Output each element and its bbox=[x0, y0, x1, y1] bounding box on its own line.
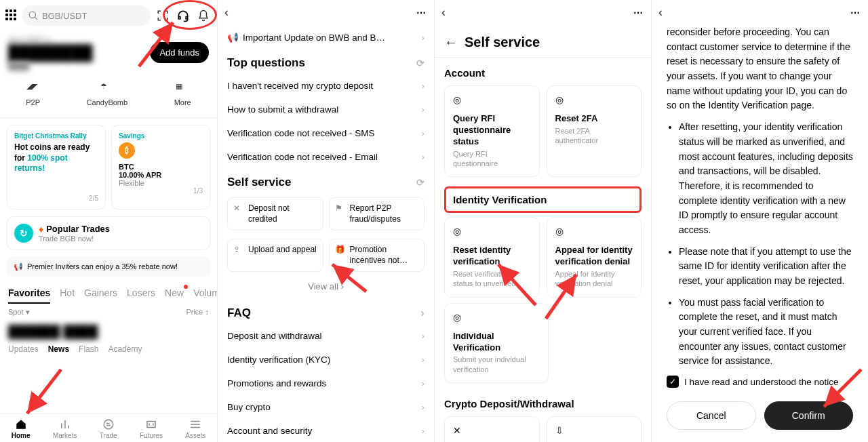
nav-home[interactable]: Home bbox=[12, 418, 31, 439]
tab-hot[interactable]: Hot bbox=[60, 283, 75, 304]
announcement-row[interactable]: 📢Important Update on BWB and B… › bbox=[218, 25, 434, 49]
chevron-right-icon: › bbox=[422, 33, 425, 43]
tab-volume[interactable]: Volume bbox=[193, 283, 217, 304]
nav-markets[interactable]: Markets bbox=[53, 418, 77, 439]
back-icon[interactable]: ‹ bbox=[224, 5, 229, 20]
market-tabs: Favorites Hot Gainers Losers New Volume bbox=[0, 283, 217, 304]
swap-icon: ↻ bbox=[14, 224, 33, 243]
more-icon[interactable]: ⋯ bbox=[416, 7, 427, 18]
tab-favorites[interactable]: Favorites bbox=[8, 283, 50, 304]
promo-card-savings[interactable]: Savings ₿ BTC 10.00% APR Flexible 1/3 bbox=[111, 125, 210, 209]
shortcut-p2p[interactable]: ◢◤P2P bbox=[26, 82, 40, 106]
sort-price[interactable]: Price ↕ bbox=[186, 308, 209, 317]
add-funds-button[interactable]: Add funds bbox=[150, 42, 209, 63]
card-query-rfi[interactable]: ◎Query RFI questionnaire statusQuery RFI… bbox=[444, 85, 540, 177]
svc-upload-appeal[interactable]: ⇪Upload and appeal bbox=[227, 239, 323, 272]
svc-report-p2p[interactable]: ⚑Report P2P fraud/disputes bbox=[329, 197, 425, 230]
card-individual-verification[interactable]: ◎Individual VerificationSubmit your indi… bbox=[444, 303, 549, 383]
balance-label: alue USDT ▴ bbox=[8, 35, 93, 44]
confirm-button[interactable]: Confirm bbox=[764, 401, 854, 430]
tab-new[interactable]: New bbox=[165, 283, 184, 304]
announcement-banner[interactable]: 📢 Premier Inviters can enjoy a 35% rebat… bbox=[7, 257, 210, 277]
help-center: ‹ ⋯ 📢Important Update on BWB and B… › To… bbox=[217, 0, 434, 442]
shortcuts: ◢◤P2P ☂CandyBomb ▦More bbox=[0, 77, 217, 118]
faq-item[interactable]: Verification code not received - Email› bbox=[218, 145, 434, 169]
tab-updates[interactable]: Updates bbox=[8, 344, 39, 354]
faq-category[interactable]: Account and security› bbox=[218, 419, 434, 442]
back-icon[interactable]: ‹ bbox=[441, 5, 446, 20]
bottom-nav: Home Markets Trade Futures Assets bbox=[0, 414, 217, 442]
faq-item[interactable]: How to submit a withdrawal› bbox=[218, 98, 434, 121]
section-self-service: Self service bbox=[227, 176, 292, 189]
filter-spot[interactable]: Spot ▾ bbox=[8, 308, 30, 317]
tab-losers[interactable]: Losers bbox=[127, 283, 155, 304]
faq-item[interactable]: Verification code not received - SMS› bbox=[218, 121, 434, 145]
view-all-link[interactable]: View all › bbox=[218, 276, 434, 300]
more-icon[interactable]: ⋯ bbox=[850, 7, 861, 18]
shortcut-more[interactable]: ▦More bbox=[174, 82, 191, 106]
apps-icon[interactable] bbox=[5, 9, 18, 22]
faq-category[interactable]: Deposit and withdrawal› bbox=[218, 324, 434, 348]
news-tabs: Updates News Flash Academy bbox=[0, 343, 217, 357]
checkbox-checked-icon: ✓ bbox=[667, 376, 679, 388]
card-reset-2fa[interactable]: ◎Reset 2FAReset 2FA authenticator bbox=[547, 85, 642, 177]
section-crypto-deposit: Crypto Deposit/Withdrawal bbox=[435, 388, 651, 416]
section-faq: FAQ bbox=[227, 306, 251, 320]
reset-notice-screen: ‹ ⋯ reconsider before proceeding. You ca… bbox=[651, 0, 868, 442]
cancel-button[interactable]: Cancel bbox=[667, 401, 756, 430]
card-reset-identity[interactable]: ◎Reset identity verificationReset verifi… bbox=[444, 217, 540, 297]
back-icon[interactable]: ‹ bbox=[658, 5, 663, 20]
tab-gainers[interactable]: Gainers bbox=[84, 283, 117, 304]
scan-icon[interactable] bbox=[155, 7, 171, 24]
svc-deposit-not-credited[interactable]: ✕Deposit not credited bbox=[227, 197, 323, 230]
home-screen: BGB/USDT alue USDT ▴ ████████ ████ Add f… bbox=[0, 0, 217, 442]
faq-item[interactable]: I haven't received my crypto deposit› bbox=[218, 74, 434, 98]
card-deposit[interactable]: ⇩Deposit bbox=[547, 416, 642, 442]
shortcut-candybomb[interactable]: ☂CandyBomb bbox=[87, 82, 128, 106]
nav-trade[interactable]: Trade bbox=[100, 418, 117, 439]
megaphone-icon: 📢 bbox=[227, 32, 239, 43]
nav-futures[interactable]: Futures bbox=[140, 418, 163, 439]
section-identity-verification: Identity Verification bbox=[444, 186, 642, 213]
wallet-header: alue USDT ▴ ████████ ████ Add funds bbox=[0, 31, 217, 77]
btc-icon: ₿ bbox=[119, 142, 135, 159]
faq-category[interactable]: Identity verification (KYC)› bbox=[218, 348, 434, 371]
card-deposit-not-credited[interactable]: ✕Deposit not credited bbox=[444, 416, 540, 442]
section-top-questions: Top questions bbox=[227, 56, 305, 70]
svg-point-0 bbox=[104, 420, 113, 429]
notice-body: reconsider before proceeding. You can co… bbox=[652, 25, 868, 369]
popular-trades[interactable]: ↻ ♦Popular Trades Trade BGB now! bbox=[7, 216, 210, 250]
self-service-screen: ‹ ⋯ ←Self service Account Identity Verif… bbox=[434, 0, 651, 442]
headset-icon[interactable] bbox=[175, 7, 191, 24]
section-account: Account bbox=[435, 58, 651, 85]
tab-news[interactable]: News bbox=[48, 344, 69, 354]
nav-assets[interactable]: Assets bbox=[185, 418, 205, 439]
more-icon[interactable]: ⋯ bbox=[633, 7, 644, 18]
faq-category[interactable]: Buy crypto› bbox=[218, 395, 434, 419]
megaphone-icon: 📢 bbox=[14, 262, 23, 271]
svc-promotion[interactable]: 🎁Promotion incentives not… bbox=[329, 239, 425, 272]
page-title: Self service bbox=[465, 35, 540, 50]
card-appeal-denial[interactable]: ◎Appeal for identity verification denial… bbox=[547, 217, 642, 297]
acknowledge-checkbox[interactable]: ✓ I have read and understood the notice bbox=[652, 369, 868, 395]
topbar: BGB/USDT bbox=[0, 0, 217, 31]
search-input[interactable]: BGB/USDT bbox=[22, 5, 151, 26]
tab-flash[interactable]: Flash bbox=[79, 344, 98, 354]
refresh-icon[interactable]: ⟳ bbox=[416, 58, 425, 68]
refresh-icon[interactable]: ⟳ bbox=[416, 177, 425, 188]
bell-icon[interactable] bbox=[195, 7, 212, 24]
search-icon bbox=[28, 11, 38, 20]
promo-card-rally[interactable]: Bitget Christmas Rally Hot coins are rea… bbox=[7, 125, 106, 209]
faq-category[interactable]: Promotions and rewards› bbox=[218, 371, 434, 395]
back-arrow-icon[interactable]: ← bbox=[444, 35, 458, 50]
tab-academy[interactable]: Academy bbox=[108, 344, 142, 354]
